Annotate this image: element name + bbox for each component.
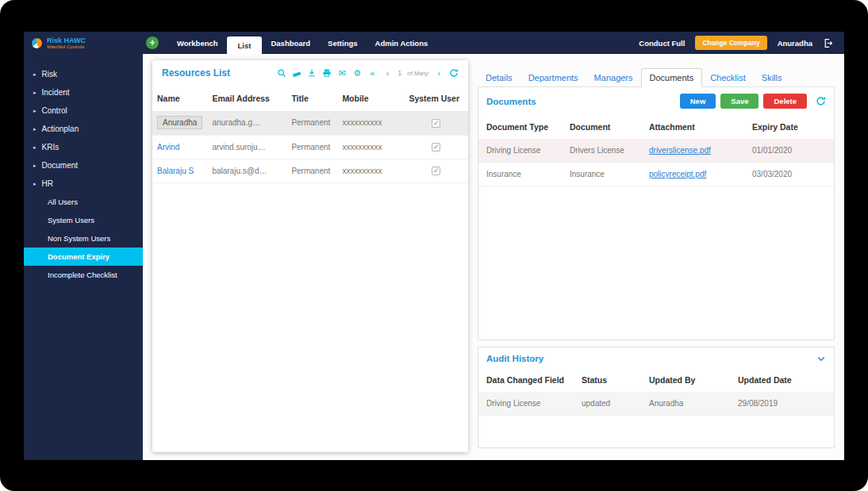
column-header-system-user[interactable]: System User [404, 87, 468, 111]
mobile-cell: xxxxxxxxxx [337, 159, 404, 182]
refresh-icon[interactable] [816, 96, 826, 106]
column-header-title[interactable]: Title [286, 87, 337, 111]
documents-actions: New Save Delete [680, 94, 826, 109]
details-tabs: Details Departments Managers Documents C… [478, 65, 835, 86]
sidebar-item-incident[interactable]: ▸Incident [24, 83, 143, 102]
page-count-label: of Many [407, 70, 428, 77]
column-header-mobile[interactable]: Mobile [337, 87, 404, 111]
column-header-expiry-date: Expiry Date [744, 115, 834, 139]
sidebar-subitem-incomplete-checklist[interactable]: Incomplete Checklist [24, 266, 143, 284]
sidebar: ▸Risk ▸Incident ▸Control ▸Actionplan ▸KR… [24, 54, 143, 460]
documents-table: Document Type Document Attachment Expiry… [478, 115, 834, 186]
nav-dashboard[interactable]: Dashboard [262, 32, 319, 54]
audit-history-header: Audit History [478, 347, 834, 365]
top-navigation: Workbench List Dashboard Settings Admin … [168, 32, 436, 54]
chevron-right-icon: ▸ [33, 181, 36, 187]
column-header-status: Status [574, 368, 641, 392]
title-cell: Permanent [286, 111, 337, 135]
previous-page-icon[interactable]: ‹ [382, 68, 392, 79]
sidebar-item-risk[interactable]: ▸Risk [24, 65, 143, 83]
nav-list[interactable]: List [227, 36, 263, 54]
chevron-right-icon: ▸ [33, 90, 36, 96]
delete-button[interactable]: Delete [763, 94, 807, 109]
audit-row[interactable]: Driving License updated Anuradha 29/08/2… [478, 392, 834, 416]
sidebar-subitem-system-users[interactable]: System Users [24, 211, 143, 229]
column-header-updated-by: Updated By [641, 368, 730, 392]
app-window: Risk HAWC Watchful Controls + Workbench … [24, 32, 844, 460]
name-cell: Balaraju S [152, 159, 207, 182]
tab-skills[interactable]: Skills [754, 69, 790, 86]
attachment-cell: driverslicense.pdf [641, 139, 744, 163]
logout-icon[interactable] [823, 38, 833, 48]
new-button[interactable]: New [680, 94, 716, 109]
email-icon[interactable]: ✉ [337, 68, 347, 79]
username-label[interactable]: Anuradha [778, 39, 812, 48]
clear-filter-eraser-icon[interactable] [292, 68, 301, 79]
changed-field-cell: Driving License [478, 392, 574, 416]
resources-title: Resources List [162, 67, 230, 79]
sidebar-subitem-all-users[interactable]: All Users [24, 193, 143, 211]
next-page-icon[interactable]: › [434, 68, 444, 79]
chevron-right-icon: ▸ [33, 71, 36, 78]
tab-departments[interactable]: Departments [520, 69, 586, 86]
resource-row[interactable]: Anuradha anuradha.g… Permanent xxxxxxxxx… [152, 111, 468, 135]
system-user-checkbox[interactable] [432, 143, 440, 152]
tab-managers[interactable]: Managers [586, 69, 641, 86]
document-row[interactable]: Insurance Insurance policyreceipt.pdf 03… [478, 163, 834, 186]
document-type-cell: Insurance [478, 163, 562, 186]
save-button[interactable]: Save [720, 94, 759, 109]
resource-row[interactable]: Arvind arvind.suroju… Permanent xxxxxxxx… [152, 135, 468, 159]
column-header-attachment: Attachment [641, 115, 744, 139]
resource-name-link[interactable]: Balaraju S [157, 167, 194, 175]
documents-section: Documents New Save Delete Document Typ [478, 86, 835, 340]
name-cell: Anuradha [152, 111, 207, 135]
gear-icon[interactable]: ⚙ [352, 68, 362, 79]
logo-title: Risk HAWC [47, 36, 86, 44]
column-header-email[interactable]: Email Address [207, 87, 286, 111]
refresh-icon[interactable] [449, 68, 459, 79]
updated-by-cell: Anuradha [641, 392, 730, 416]
resource-name-link[interactable]: Arvind [157, 143, 179, 152]
search-icon[interactable] [277, 68, 286, 79]
resource-row[interactable]: Balaraju S balaraju.s@d… Permanent xxxxx… [152, 159, 468, 182]
email-cell: anuradha.g… [207, 111, 286, 135]
first-page-icon[interactable]: « [367, 68, 377, 79]
sidebar-item-document[interactable]: ▸Document [24, 156, 143, 175]
tab-documents[interactable]: Documents [641, 68, 703, 87]
sidebar-item-actionplan[interactable]: ▸Actionplan [24, 120, 143, 138]
tab-checklist[interactable]: Checklist [702, 69, 754, 86]
expiry-date-cell: 01/01/2020 [744, 139, 834, 163]
sidebar-subitem-document-expiry[interactable]: Document Expiry [24, 247, 143, 266]
nav-workbench[interactable]: Workbench [168, 32, 227, 54]
topbar: Risk HAWC Watchful Controls + Workbench … [24, 32, 844, 54]
title-cell: Permanent [286, 159, 337, 182]
tab-details[interactable]: Details [478, 69, 520, 86]
print-icon[interactable] [322, 68, 332, 79]
main-content: Resources List ✉ ⚙ « ‹ 1 of Many › [143, 54, 844, 460]
resource-name-link[interactable]: Anuradha [157, 116, 202, 129]
nav-settings[interactable]: Settings [319, 32, 366, 54]
sidebar-item-control[interactable]: ▸Control [24, 102, 143, 120]
documents-header: Documents New Save Delete [478, 87, 834, 112]
attachment-link[interactable]: policyreceipt.pdf [649, 170, 706, 178]
change-company-button[interactable]: Change Company [695, 36, 766, 50]
document-type-cell: Driving License [478, 139, 562, 163]
email-cell: balaraju.s@d… [207, 159, 286, 182]
chevron-down-icon[interactable] [816, 354, 826, 363]
column-header-name[interactable]: Name [152, 87, 207, 111]
add-button[interactable]: + [146, 36, 159, 49]
system-user-checkbox[interactable] [432, 119, 440, 128]
download-icon[interactable] [307, 68, 317, 79]
document-cell: Insurance [562, 163, 641, 186]
sidebar-subitem-non-system-users[interactable]: Non System Users [24, 229, 143, 247]
sidebar-item-hr[interactable]: ▸HR [24, 175, 143, 193]
app-logo[interactable]: Risk HAWC Watchful Controls [24, 36, 143, 50]
attachment-cell: policyreceipt.pdf [641, 163, 744, 186]
audit-history-title: Audit History [486, 354, 543, 363]
system-user-checkbox[interactable] [432, 167, 440, 175]
sidebar-item-kris[interactable]: ▸KRIs [24, 138, 143, 156]
nav-admin-actions[interactable]: Admin Actions [367, 32, 437, 54]
attachment-link[interactable]: driverslicense.pdf [649, 146, 711, 155]
document-row[interactable]: Driving License Drivers License driversl… [478, 139, 834, 163]
documents-title: Documents [486, 97, 536, 106]
